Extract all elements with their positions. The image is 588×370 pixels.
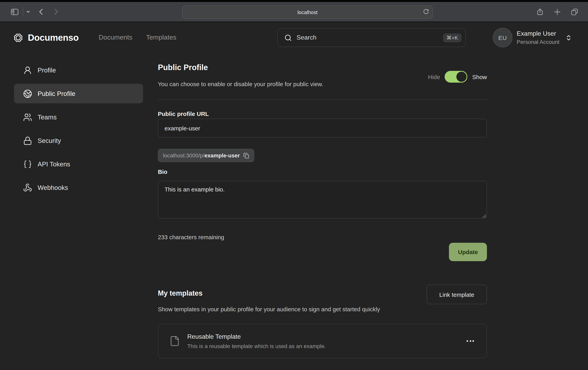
browser-toolbar: localhost [0, 0, 588, 22]
share-icon[interactable] [536, 8, 544, 16]
braces-icon [23, 160, 32, 169]
toggle-hide-label: Hide [428, 73, 440, 80]
template-card[interactable]: Reusable Template This is a reusable tem… [158, 324, 487, 358]
switch-knob [457, 72, 467, 82]
public-profile-url-input[interactable] [158, 119, 487, 137]
app-header: Documenso Documents Templates Search ⌘+K… [0, 22, 588, 53]
user-name: Example User [517, 31, 559, 37]
visibility-toggle-group: Hide Show [428, 71, 487, 82]
profile-link-chip[interactable]: localhost:3000/p/example-user [158, 149, 254, 162]
search-placeholder: Search [296, 34, 443, 41]
sidebar-toggle-icon[interactable] [10, 7, 19, 16]
forward-button-icon[interactable] [52, 7, 60, 16]
sidebar-item-webhooks[interactable]: Webhooks [14, 178, 143, 197]
search-input[interactable]: Search ⌘+K [277, 28, 466, 47]
sidebar-item-public-profile[interactable]: Public Profile [14, 84, 143, 103]
avatar: EU [493, 28, 512, 47]
update-button[interactable]: Update [449, 243, 487, 261]
documenso-logo-icon [13, 32, 23, 43]
sidebar-item-teams[interactable]: Teams [14, 107, 143, 127]
my-templates-description: Show templates in your public profile fo… [158, 304, 420, 315]
app-window: localhost [0, 0, 588, 370]
textarea-resize-handle[interactable] [482, 213, 486, 218]
chevrons-up-down-icon [565, 34, 572, 41]
user-menu[interactable]: EU Example User Personal Account [493, 28, 572, 47]
bio-field-label: Bio [158, 168, 167, 175]
nav-documents[interactable]: Documents [99, 34, 132, 41]
template-name: Reusable Template [187, 333, 326, 340]
copy-icon[interactable] [243, 153, 249, 158]
settings-nav: Profile Public Profile [14, 60, 143, 201]
toolbar-divider [23, 7, 23, 16]
address-bar-url: localhost [297, 9, 318, 15]
main-content: Public Profile Hide Show You can choose … [158, 53, 487, 370]
brand[interactable]: Documenso [13, 32, 79, 43]
profile-link-slug: example-user [204, 152, 240, 159]
sidebar-chevron-down-icon[interactable] [26, 10, 31, 14]
file-icon [169, 336, 180, 347]
globe-icon [23, 89, 32, 98]
section-divider [158, 99, 487, 100]
address-bar[interactable]: localhost [182, 5, 433, 19]
new-tab-icon[interactable] [553, 8, 561, 16]
sidebar-item-security[interactable]: Security [14, 131, 143, 150]
sidebar-item-profile[interactable]: Profile [14, 60, 143, 80]
link-template-button[interactable]: Link template [427, 285, 487, 304]
search-icon [284, 34, 292, 41]
profile-visibility-switch[interactable] [445, 71, 468, 82]
sidebar-item-api-tokens[interactable]: API Tokens [14, 154, 143, 174]
template-description: This is a reusable template which is use… [187, 343, 326, 349]
my-templates-title: My templates [158, 289, 202, 298]
brand-name: Documenso [28, 32, 79, 43]
page-description: You can choose to enable or disable your… [158, 81, 323, 87]
back-button-icon[interactable] [37, 7, 45, 16]
search-shortcut-badge: ⌘+K [443, 33, 462, 42]
page-title: Public Profile [158, 63, 208, 72]
characters-remaining: 233 characters remaining [158, 234, 224, 240]
top-nav: Documents Templates [99, 34, 177, 41]
toggle-show-label: Show [472, 73, 487, 80]
nav-templates[interactable]: Templates [146, 34, 177, 41]
ellipsis-menu-icon[interactable] [466, 338, 475, 344]
user-account-type: Personal Account [517, 39, 559, 45]
reload-icon[interactable] [423, 9, 429, 14]
tab-overview-icon[interactable] [570, 8, 578, 16]
users-icon [23, 113, 32, 122]
profile-link-prefix: localhost:3000/p/ [163, 152, 204, 159]
url-field-label: Public profile URL [158, 110, 209, 117]
lock-icon [23, 136, 32, 145]
bio-textarea[interactable]: This is an example bio. [158, 181, 487, 218]
webhook-icon [23, 183, 32, 192]
user-icon [23, 66, 32, 75]
